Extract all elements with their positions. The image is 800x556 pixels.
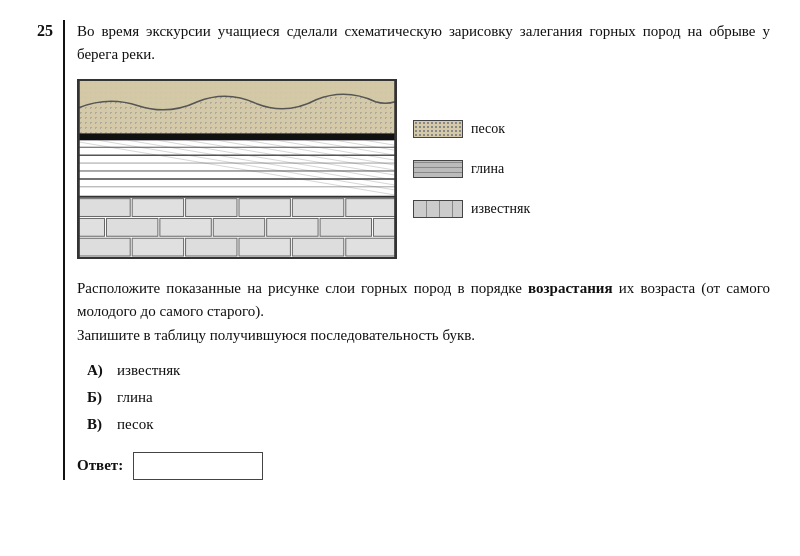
option-b: Б) глина	[87, 384, 770, 411]
svg-line-39	[366, 140, 396, 196]
legend-sand: песок	[413, 120, 530, 138]
instructions: Расположите показанные на рисунке слои г…	[77, 277, 770, 347]
answer-input[interactable]	[133, 452, 263, 480]
sand-pattern	[78, 80, 396, 140]
svg-line-38	[336, 140, 396, 196]
rock-diagram	[77, 79, 397, 259]
limestone-label: известняк	[471, 201, 530, 217]
svg-rect-25	[292, 238, 343, 256]
option-v-label: В)	[87, 411, 111, 438]
clay-label: глина	[471, 161, 504, 177]
svg-rect-26	[346, 238, 395, 256]
svg-rect-21	[79, 238, 130, 256]
option-b-label: Б)	[87, 384, 111, 411]
legend-clay: глина	[413, 160, 530, 178]
svg-rect-12	[292, 199, 343, 217]
option-b-text: глина	[117, 384, 153, 411]
svg-rect-17	[213, 218, 264, 236]
svg-rect-20	[373, 218, 395, 236]
svg-rect-22	[132, 238, 183, 256]
svg-rect-23	[186, 238, 237, 256]
option-v-text: песок	[117, 411, 154, 438]
answer-label: Ответ:	[77, 457, 123, 474]
instructions-part1: Расположите показанные на рисунке слои г…	[77, 280, 528, 296]
answer-row: Ответ:	[77, 452, 770, 480]
legend-limestone: известняк	[413, 200, 530, 218]
option-v: В) песок	[87, 411, 770, 438]
svg-rect-19	[320, 218, 371, 236]
instructions-bold: возрастания	[528, 280, 612, 296]
svg-rect-9	[132, 199, 183, 217]
options-list: А) известняк Б) глина В) песок	[87, 357, 770, 438]
svg-line-33	[188, 140, 396, 196]
svg-line-37	[306, 140, 396, 196]
option-a-text: известняк	[117, 357, 180, 384]
sand-layer	[78, 80, 396, 140]
svg-line-34	[217, 140, 396, 196]
svg-line-32	[158, 140, 396, 196]
instructions-part3: Запишите в таблицу получившуюся последов…	[77, 327, 475, 343]
svg-rect-14	[79, 218, 105, 236]
svg-rect-13	[346, 199, 395, 217]
clay-swatch	[413, 160, 463, 178]
legend: песок глина известняк	[413, 120, 530, 218]
option-a-label: А)	[87, 357, 111, 384]
svg-rect-10	[186, 199, 237, 217]
svg-rect-15	[106, 218, 157, 236]
question-body: Во время экскурсии учащиеся сделали схем…	[77, 20, 770, 480]
sand-label: песок	[471, 121, 505, 137]
svg-rect-18	[267, 218, 318, 236]
option-a: А) известняк	[87, 357, 770, 384]
svg-line-29	[78, 140, 396, 196]
svg-line-36	[277, 140, 396, 196]
limestone-swatch	[413, 200, 463, 218]
question-intro: Во время экскурсии учащиеся сделали схем…	[77, 20, 770, 65]
svg-rect-11	[239, 199, 290, 217]
svg-line-35	[247, 140, 396, 196]
svg-rect-16	[160, 218, 211, 236]
question-container: 25 Во время экскурсии учащиеся сделали с…	[20, 20, 770, 480]
svg-rect-24	[239, 238, 290, 256]
svg-line-31	[128, 140, 396, 196]
sand-swatch	[413, 120, 463, 138]
question-number: 25	[20, 20, 65, 480]
diagram-area: песок глина известняк	[77, 79, 770, 259]
svg-line-30	[99, 140, 396, 196]
svg-rect-28	[79, 140, 395, 196]
svg-rect-8	[79, 199, 130, 217]
